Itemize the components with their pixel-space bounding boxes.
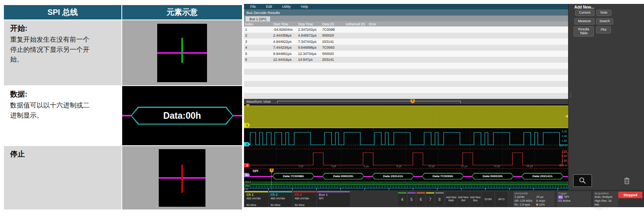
horizontal-panel[interactable]: Horizontal 2 μs/div20 μs SR: 125 MS/s8 n… [512, 191, 555, 207]
doc-start-title: 开始: [10, 23, 115, 33]
decode-table-header: Index Start Time Stop Time Data (h) Unfr… [244, 21, 568, 26]
cell: 7C009B [321, 28, 344, 32]
afg-button[interactable]: AFG [495, 192, 507, 206]
ch3-scale-tick: 3.20 [562, 150, 567, 153]
search-button[interactable]: Search [596, 18, 613, 25]
ch2-settings-badge[interactable]: Ch 2 460 mV/div 50 MHz [269, 191, 292, 207]
bus-frame: Data:7C009Bh [272, 173, 314, 180]
ch7-button[interactable]: 7 [426, 192, 434, 206]
cell: 2.347242μs [297, 28, 321, 32]
menu-edit[interactable]: Edit [266, 5, 272, 9]
cell: 4.846572μs [297, 33, 321, 37]
cell: 7.347442μs [297, 40, 321, 44]
add-new-bus-button[interactable]: Add New Bus [470, 192, 481, 206]
cell: 2 [244, 33, 272, 37]
acquisition-panel[interactable]: Acquisition Auto, Analyze High Res: 16 b… [593, 191, 618, 207]
data-hexagon-label: Data:00h [163, 111, 201, 121]
acquisition-mode: Auto, Analyze [595, 195, 617, 199]
time-tick: 2 μs [298, 165, 303, 167]
doc-row-start-text: 开始: 重复开始发生在没有前一个停止的情况下显示另一个开始。 [4, 20, 121, 85]
ch3-settings-badge[interactable]: Ch 3 460 mV/div 50 MHz [293, 191, 316, 207]
trigger-marker-icon[interactable]: T [270, 169, 274, 173]
sidebar: Add New... Cursors Note Measure Search R… [568, 4, 644, 190]
sample-rate: SR: 125 MS/s [514, 199, 536, 203]
add-new-ref-button[interactable]: Add New Ref [458, 192, 469, 206]
ch2-scale-tick: 1.60 [562, 139, 567, 142]
ch3-scale-tick: 1.60 [562, 159, 567, 162]
plot-button[interactable]: Plot [596, 26, 611, 33]
doc-start-illustration [122, 20, 242, 85]
bus-spi-label: SPI [253, 169, 258, 173]
screen: SPI 总线 元素示意 开始: 重复开始发生在没有前一个停止的情况下显示另一个开… [0, 0, 644, 220]
doc-data-illustration: Data:00h [122, 86, 242, 145]
menu-bar: File Edit Utility Help [244, 4, 568, 9]
ch3-scale-tick: 800 m [560, 164, 567, 167]
channel-bandwidth: 50 MHz [295, 203, 315, 207]
channel-bandwidth: 50 MHz [270, 203, 291, 207]
zoom-button[interactable] [573, 174, 592, 187]
panel-handle-icon[interactable]: ⋮ [569, 93, 573, 97]
cell: 203141 [321, 40, 344, 44]
bus-name: Bus 1 [319, 193, 348, 197]
time-tick: 16 μs [526, 165, 533, 167]
table-row[interactable]: 47.444234μs9.846898μs7C0093 [244, 45, 568, 51]
trigger-type: SPI [564, 195, 569, 199]
table-row[interactable]: 612.44416μs14.847μs203141 [244, 57, 568, 63]
menu-help[interactable]: Help [301, 5, 308, 9]
menu-file[interactable]: File [250, 5, 256, 9]
sample-resolution: 8 ns/pt [536, 199, 553, 203]
note-button[interactable]: Note [597, 10, 611, 16]
digital-sda-row: SDA [244, 185, 568, 188]
table-row[interactable]: 59.944861μs12.34734μs000020 [244, 51, 568, 57]
settings-bar: Ch 1 460 mV/div 50 MHz Ch 2 460 mV/div 5… [244, 190, 644, 207]
doc-row-data-text: 数据: 数据值可以以十六进制或二进制显示。 [4, 86, 121, 145]
record-view-ruler[interactable] [277, 101, 461, 103]
column-data-h: Data (h) [321, 22, 344, 26]
cursors-button[interactable]: Cursors [575, 10, 595, 16]
cell: 12.44416μs [272, 58, 297, 62]
bus-decode-results-titlebar[interactable]: Bus Decode Results [244, 9, 568, 16]
time-tick: 4 μs [331, 165, 336, 167]
channel-vdiv: 460 mV/div [295, 197, 315, 200]
cell: 9.944861μs [272, 52, 297, 56]
table-row-empty [244, 87, 568, 93]
dvm-button[interactable]: DVM [482, 192, 494, 206]
cell: 4 [244, 46, 272, 49]
menu-utility[interactable]: Utility [282, 5, 291, 9]
table-row-empty [244, 75, 568, 81]
time-tick: 10 μs [428, 165, 435, 167]
horizontal-window: 20 μs [536, 195, 553, 199]
ch6-button[interactable]: 6 [417, 192, 425, 206]
ch5-button[interactable]: 5 [407, 192, 416, 206]
ch4-button[interactable]: 4 [398, 192, 406, 206]
waveform-view-titlebar[interactable]: Waveform View T [244, 99, 568, 104]
trash-icon [623, 177, 630, 185]
results-table-button[interactable]: Results Table [574, 26, 594, 37]
channel-bandwidth: 50 MHz [246, 203, 267, 207]
digital-sclk-row: SCLK [244, 181, 568, 185]
table-row[interactable]: 34.944922μs7.347442μs203141 [244, 39, 568, 45]
cell: 7C0093 [321, 46, 344, 49]
start-marker-line [181, 38, 183, 63]
ch1-settings-badge[interactable]: Ch 1 460 mV/div 50 MHz [245, 191, 268, 207]
ch8-button[interactable]: 8 [435, 192, 444, 206]
measure-button[interactable]: Measure [574, 18, 595, 25]
cell: 000020 [321, 52, 344, 56]
table-row[interactable]: 22.444358μs4.846572μs000020 [244, 33, 568, 39]
stopped-status-button[interactable]: Stopped [618, 192, 642, 198]
table-row-empty [244, 81, 568, 87]
tab-bus1-spi[interactable]: Bus 1 (SPI) [246, 16, 270, 21]
ch2-scale-tick: 3.20 [562, 130, 567, 133]
cell: 1 [244, 28, 272, 32]
table-row-empty [244, 63, 568, 69]
cell: 5 [244, 52, 272, 56]
bus-decode-results-title: Bus Decode Results [246, 11, 280, 15]
trash-button[interactable] [619, 175, 635, 186]
bus1-settings-badge[interactable]: Bus 1 SPI [317, 191, 350, 207]
scope-screen-shape [157, 24, 207, 82]
doc-stop-title: 停止 [10, 149, 115, 159]
cell: 12.34734μs [297, 52, 321, 56]
add-new-math-button[interactable]: Add New Math [446, 192, 457, 206]
trigger-panel[interactable]: Trigger B1SPI SS Active [556, 191, 591, 207]
table-row[interactable]: 1-54.82604ns2.347242μs7C009B [244, 26, 568, 33]
